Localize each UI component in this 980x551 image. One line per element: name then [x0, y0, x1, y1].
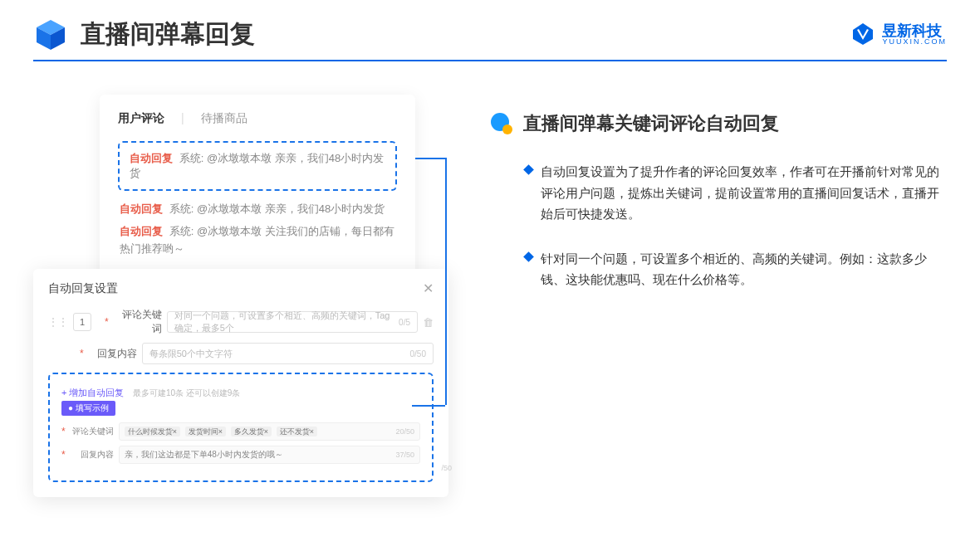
- outer-counter: /50: [441, 464, 452, 472]
- add-hint: 最多可建10条 还可以创建9条: [133, 388, 240, 397]
- connector-line: [412, 405, 445, 407]
- reply-label: 回复内容: [91, 347, 137, 361]
- required-mark: *: [80, 348, 84, 359]
- close-icon[interactable]: ✕: [423, 280, 434, 296]
- comment-tabs: 用户评论 | 待播商品: [118, 111, 397, 126]
- comments-panel: 用户评论 | 待播商品 自动回复 系统: @冰墩墩本墩 亲亲，我们48小时内发货…: [100, 95, 415, 287]
- drag-handle-icon[interactable]: ⋮⋮: [48, 316, 68, 328]
- comment-line: 自动回复 系统: @冰墩墩本墩 亲亲，我们48小时内发货: [118, 201, 397, 218]
- bullet-item: 针对同一个问题，可设置多个相近的、高频的关键词。例如：这款多少钱、这块能优惠吗、…: [525, 248, 940, 290]
- ex-reply-label: 回复内容: [72, 449, 114, 461]
- slide-header: 直播间弹幕回复 昱新科技 YUUXIN.COM: [0, 0, 980, 60]
- example-section: + 增加自动回复 最多可建10条 还可以创建9条 ● 填写示例 * 评论关键词 …: [48, 373, 434, 482]
- auto-reply-dialog: 自动回复设置 ✕ ⋮⋮ 1 * 评论关键词 对同一个问题，可设置多个相近、高频的…: [33, 269, 448, 497]
- ex-kw-input[interactable]: 什么时候发货× 发货时间× 多久发货× 还不发货× 20/50: [119, 422, 420, 441]
- comment-line: 自动回复 系统: @冰墩墩本墩 关注我们的店铺，每日都有热门推荐哟～: [118, 223, 397, 258]
- tab-user-comments[interactable]: 用户评论: [118, 111, 164, 126]
- ex-reply-input[interactable]: 亲，我们这边都是下单48小时内发货的哦～ 37/50: [119, 446, 420, 464]
- chat-bubble-icon: [490, 112, 513, 135]
- trash-icon[interactable]: 🗑: [423, 316, 434, 329]
- tab-separator: |: [181, 111, 184, 126]
- diamond-icon: [523, 251, 534, 262]
- rule-number: 1: [73, 313, 91, 331]
- connector-line: [445, 158, 447, 405]
- chip-list: 什么时候发货× 发货时间× 多久发货× 还不发货×: [125, 427, 320, 437]
- header-left: 直播间弹幕回复: [33, 17, 255, 51]
- keyword-input[interactable]: 对同一个问题，可设置多个相近、高频的关键词，Tag确定，最多5个 0/5: [167, 311, 418, 333]
- left-column: 用户评论 | 待播商品 自动回复 系统: @冰墩墩本墩 亲亲，我们48小时内发货…: [33, 95, 448, 314]
- add-reply-link[interactable]: + 增加自动回复: [61, 388, 124, 397]
- brand-en: YUUXIN.COM: [882, 38, 947, 46]
- connector-line: [415, 158, 445, 159]
- highlighted-comment: 自动回复 系统: @冰墩墩本墩 亲亲，我们48小时内发货: [118, 141, 397, 191]
- page-title: 直播间弹幕回复: [81, 17, 255, 51]
- bullet-item: 自动回复设置为了提升作者的评论回复效率，作者可在开播前针对常见的评论用户问题，提…: [525, 161, 940, 225]
- tab-pending-goods[interactable]: 待播商品: [201, 111, 247, 126]
- required-mark: *: [105, 316, 109, 328]
- brand-logo: 昱新科技 YUUXIN.COM: [850, 22, 947, 46]
- bullet-text: 针对同一个问题，可设置多个相近的、高频的关键词。例如：这款多少钱、这块能优惠吗、…: [541, 248, 940, 290]
- reply-input[interactable]: 每条限50个中文字符 0/50: [142, 343, 434, 364]
- brand-cn: 昱新科技: [882, 23, 947, 38]
- dialog-title: 自动回复设置: [48, 281, 118, 296]
- auto-reply-tag: 自动回复: [130, 152, 173, 164]
- cube-icon: [33, 17, 68, 51]
- diamond-icon: [523, 164, 534, 175]
- right-column: 直播间弹幕关键词评论自动回复 自动回复设置为了提升作者的评论回复效率，作者可在开…: [465, 95, 947, 314]
- kw-label: 评论关键词: [115, 308, 162, 336]
- ex-kw-label: 评论关键词: [72, 426, 114, 437]
- bullet-text: 自动回复设置为了提升作者的评论回复效率，作者可在开播前针对常见的评论用户问题，提…: [541, 161, 940, 225]
- section-title: 直播间弹幕关键词评论自动回复: [523, 111, 779, 136]
- example-badge: ● 填写示例: [61, 401, 115, 416]
- svg-point-5: [502, 124, 512, 134]
- system-label: 系统:: [179, 152, 204, 164]
